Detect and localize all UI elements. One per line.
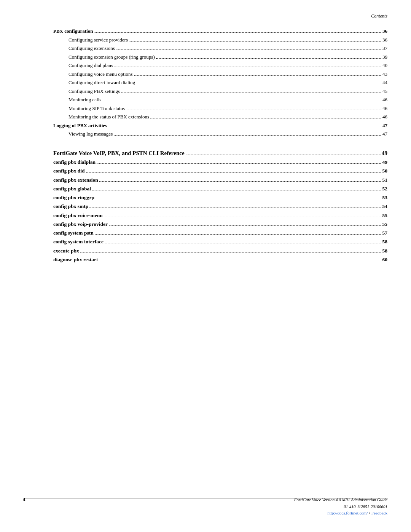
toc-entry-config-pbx-voice-menu: config pbx voice-menu55 bbox=[53, 212, 387, 219]
entry-text-execute-pbx: execute pbx bbox=[53, 247, 79, 255]
entry-text-config-dial-plans: Configuring dial plans bbox=[68, 62, 113, 69]
entry-dots-config-pbx-did bbox=[86, 172, 381, 173]
entry-page-config-pbx-voip-provider: 55 bbox=[382, 220, 388, 228]
entry-text-config-service: Configuring service providers bbox=[68, 36, 128, 44]
entry-dots-config-pbx-dialplan bbox=[97, 163, 381, 164]
entry-text-config-pbx-global: config pbx global bbox=[53, 185, 91, 193]
entry-text-config-ext-groups: Configuring extension groups (ring group… bbox=[68, 53, 155, 61]
entry-dots-fortigate-voice-ref bbox=[186, 155, 381, 155]
toc-entry-viewing-log: Viewing log messages47 bbox=[53, 130, 387, 138]
entry-text-config-did: Configuring direct inward dialing bbox=[68, 79, 135, 86]
toc-entry-config-system-interface: config system interface58 bbox=[53, 238, 387, 246]
entry-dots-config-pbx-extension bbox=[99, 181, 381, 182]
entry-page-config-ext: 37 bbox=[382, 45, 387, 52]
entry-dots-config-pbx-settings bbox=[121, 93, 381, 93]
entry-page-monitoring-calls: 46 bbox=[382, 96, 387, 104]
entry-page-monitoring-status: 46 bbox=[382, 113, 387, 121]
toc-entry-config-pbx-ringgrp: config pbx ringgrp53 bbox=[53, 194, 387, 201]
footer-separator: • bbox=[368, 511, 371, 515]
entry-dots-config-system-interface bbox=[105, 243, 381, 243]
entry-page-config-pbx-ringgrp: 53 bbox=[382, 194, 388, 201]
entry-dots-pbx-config bbox=[94, 32, 381, 33]
entry-text-config-pbx-voip-provider: config pbx voip-provider bbox=[53, 220, 108, 228]
toc-entry-config-pbx-did: config pbx did50 bbox=[53, 167, 387, 175]
entry-text-monitoring-sip: Monitoring SIP Trunk status bbox=[68, 105, 125, 112]
toc-entry-monitoring-status: Monitoring the status of PBX extensions4… bbox=[53, 113, 387, 121]
entry-page-viewing-log: 47 bbox=[382, 130, 387, 138]
toc-entry-config-service: Configuring service providers36 bbox=[53, 36, 387, 44]
main-content: PBX configuration36Configuring service p… bbox=[53, 27, 387, 265]
toc-entry-logging-pbx: Logging of PBX activities47 bbox=[53, 122, 387, 129]
footer-right: FortiGate Voice Version 4.0 MR1 Administ… bbox=[294, 497, 387, 517]
entry-dots-monitoring-sip bbox=[126, 110, 381, 110]
entry-dots-config-pbx-global bbox=[92, 190, 381, 190]
entry-text-pbx-config: PBX configuration bbox=[53, 27, 93, 35]
entry-dots-config-voice-menu bbox=[134, 75, 381, 76]
entry-page-config-ext-groups: 39 bbox=[382, 53, 387, 61]
entry-text-viewing-log: Viewing log messages bbox=[68, 130, 113, 138]
entry-text-config-system-pstn: config system pstn bbox=[53, 229, 94, 237]
entry-page-config-pbx-smtp: 54 bbox=[382, 203, 388, 210]
footer: 4 FortiGate Voice Version 4.0 MR1 Admini… bbox=[23, 497, 387, 517]
page-container: Contents PBX configuration36Configuring … bbox=[0, 0, 411, 532]
feedback-link[interactable]: Feedback bbox=[371, 511, 387, 515]
toc-entry-config-dial-plans: Configuring dial plans40 bbox=[53, 62, 387, 69]
entry-text-config-voice-menu: Configuring voice menu options bbox=[68, 70, 133, 78]
entry-text-config-pbx-dialplan: config pbx dialplan bbox=[53, 158, 96, 166]
toc-entry-config-system-pstn: config system pstn57 bbox=[53, 229, 387, 237]
footer-doc-title: FortiGate Voice Version 4.0 MR1 Administ… bbox=[294, 497, 387, 503]
entry-dots-monitoring-calls bbox=[102, 101, 381, 101]
entry-page-config-dial-plans: 40 bbox=[382, 62, 387, 69]
footer-links: http://docs.fortinet.com/ • Feedback bbox=[294, 510, 387, 517]
entry-text-monitoring-calls: Monitoring calls bbox=[68, 96, 101, 104]
entry-text-diagnose-pbx-restart: diagnose pbx restart bbox=[53, 256, 98, 264]
entry-text-config-ext: Configuring extensions bbox=[68, 45, 115, 52]
entry-dots-monitoring-status bbox=[150, 118, 381, 118]
footer-doc-id: 01-410-112851-20100601 bbox=[294, 503, 387, 510]
entry-text-config-system-interface: config system interface bbox=[53, 238, 104, 246]
entry-text-logging-pbx: Logging of PBX activities bbox=[53, 122, 107, 129]
toc-entry-monitoring-calls: Monitoring calls46 bbox=[53, 96, 387, 104]
entry-dots-config-did bbox=[136, 84, 381, 84]
entry-dots-config-system-pstn bbox=[95, 234, 381, 235]
top-rule bbox=[23, 20, 388, 20]
toc-entry-execute-pbx: execute pbx58 bbox=[53, 247, 387, 255]
toc-entry-config-voice-menu: Configuring voice menu options43 bbox=[53, 70, 387, 78]
toc-entry-config-ext: Configuring extensions37 bbox=[53, 45, 387, 52]
entry-dots-config-service bbox=[129, 41, 381, 42]
entry-dots-config-pbx-voip-provider bbox=[109, 225, 381, 226]
entry-page-config-pbx-dialplan: 49 bbox=[382, 158, 388, 166]
toc-entry-config-pbx-dialplan: config pbx dialplan49 bbox=[53, 158, 387, 166]
entry-text-config-pbx-did: config pbx did bbox=[53, 167, 85, 175]
toc-entry-diagnose-pbx-restart: diagnose pbx restart60 bbox=[53, 256, 387, 264]
entry-page-config-service: 36 bbox=[382, 36, 387, 44]
footer-url-link[interactable]: http://docs.fortinet.com/ bbox=[327, 511, 368, 515]
entry-page-config-pbx-settings: 45 bbox=[382, 88, 387, 95]
toc-entry-config-pbx-voip-provider: config pbx voip-provider55 bbox=[53, 220, 387, 228]
entry-dots-execute-pbx bbox=[80, 252, 381, 252]
toc-entry-config-pbx-global: config pbx global52 bbox=[53, 185, 387, 193]
entry-page-config-system-pstn: 57 bbox=[382, 229, 388, 237]
toc-entry-config-ext-groups: Configuring extension groups (ring group… bbox=[53, 53, 387, 61]
footer-page-number: 4 bbox=[23, 497, 25, 503]
entry-page-monitoring-sip: 46 bbox=[382, 105, 387, 112]
entry-dots-config-ext-groups bbox=[156, 58, 381, 59]
entry-page-config-pbx-did: 50 bbox=[382, 167, 388, 175]
toc-entry-pbx-config: PBX configuration36 bbox=[53, 27, 387, 35]
entry-page-fortigate-voice-ref: 49 bbox=[382, 149, 387, 158]
entry-dots-diagnose-pbx-restart bbox=[99, 261, 381, 261]
toc-entry-config-pbx-settings: Configuring PBX settings45 bbox=[53, 88, 387, 95]
section-gap bbox=[53, 145, 387, 149]
entry-dots-config-pbx-voice-menu bbox=[104, 217, 381, 217]
entry-text-config-pbx-smtp: config pbx smtp bbox=[53, 203, 88, 210]
toc-entry-config-pbx-smtp: config pbx smtp54 bbox=[53, 203, 387, 210]
entry-text-config-pbx-voice-menu: config pbx voice-menu bbox=[53, 212, 103, 219]
entry-text-config-pbx-ringgrp: config pbx ringgrp bbox=[53, 194, 94, 201]
entry-page-execute-pbx: 58 bbox=[382, 247, 388, 255]
toc-entry-monitoring-sip: Monitoring SIP Trunk status46 bbox=[53, 105, 387, 112]
entry-text-fortigate-voice-ref: FortiGate Voice VoIP, PBX, and PSTN CLI … bbox=[53, 149, 185, 158]
toc-container: PBX configuration36Configuring service p… bbox=[53, 27, 387, 264]
entry-page-config-pbx-voice-menu: 55 bbox=[382, 212, 388, 219]
entry-dots-config-ext bbox=[116, 50, 381, 50]
entry-page-config-pbx-extension: 51 bbox=[382, 176, 388, 184]
